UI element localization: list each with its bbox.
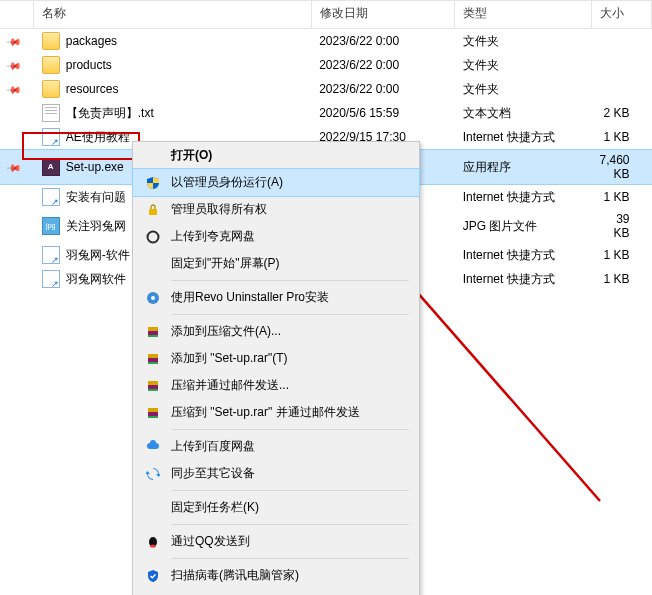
file-name: 【免责声明】.txt — [66, 105, 154, 122]
cm-add-to-archive[interactable]: 添加到压缩文件(A)... — [133, 318, 419, 345]
cm-open[interactable]: 打开(O) — [133, 142, 419, 169]
pin-cell — [0, 243, 34, 267]
date-cell: 2023/6/22 0:00 — [311, 53, 455, 77]
column-header-pin[interactable] — [0, 1, 34, 29]
cm-sync-other[interactable]: 同步至其它设备 — [133, 460, 419, 487]
cm-sync-other-label: 同步至其它设备 — [171, 465, 409, 482]
size-cell: 2 KB — [591, 101, 651, 125]
name-cell[interactable]: resources — [34, 77, 311, 101]
name-cell[interactable]: 【免责声明】.txt — [34, 101, 311, 125]
column-header-row: 名称 修改日期 类型 大小 — [0, 1, 652, 29]
name-cell[interactable]: packages — [34, 29, 311, 54]
pin-icon: 📌 — [6, 33, 22, 49]
date-cell: 2023/6/22 0:00 — [311, 29, 455, 54]
file-icon: jpg — [42, 217, 60, 235]
pin-cell — [0, 185, 34, 210]
cm-scan-virus[interactable]: 扫描病毒(腾讯电脑管家) — [133, 562, 419, 589]
type-cell: 文本文档 — [455, 101, 592, 125]
size-cell: 39 KB — [591, 209, 651, 243]
cm-add-to-rar[interactable]: 添加到 "Set-up.rar"(T) — [133, 345, 419, 372]
qq-icon — [143, 534, 163, 550]
file-row[interactable]: 📌packages2023/6/22 0:00文件夹 — [0, 29, 652, 54]
pin-cell: 📌 — [0, 29, 34, 54]
menu-separator — [171, 429, 409, 430]
cm-file-shred[interactable]: 文件粉碎(腾讯电脑管家) — [133, 589, 419, 595]
cm-upload-kuake[interactable]: 上传到夸克网盘 — [133, 223, 419, 250]
column-header-date[interactable]: 修改日期 — [311, 1, 455, 29]
file-icon — [42, 32, 60, 50]
cm-compress-mail-label: 压缩并通过邮件发送... — [171, 377, 409, 394]
svg-rect-15 — [148, 408, 158, 412]
cm-admin-ownership[interactable]: 管理员取得所有权 — [133, 196, 419, 223]
cm-send-qq-label: 通过QQ发送到 — [171, 533, 409, 550]
cm-revo[interactable]: 使用Revo Uninstaller Pro安装 — [133, 284, 419, 311]
file-name: 羽兔网-软件 — [66, 247, 130, 264]
shield-icon — [143, 175, 163, 191]
size-cell: 1 KB — [591, 267, 651, 291]
rar-icon — [143, 351, 163, 367]
column-header-type[interactable]: 类型 — [455, 1, 592, 29]
cm-admin-ownership-label: 管理员取得所有权 — [171, 201, 409, 218]
blank-icon — [143, 256, 163, 272]
file-name: AE使用教程 — [66, 129, 130, 146]
svg-rect-7 — [148, 335, 158, 337]
type-cell: 文件夹 — [455, 77, 592, 101]
file-icon — [42, 188, 60, 206]
type-cell: Internet 快捷方式 — [455, 243, 592, 267]
svg-rect-6 — [148, 327, 158, 331]
type-cell: 文件夹 — [455, 29, 592, 54]
svg-rect-10 — [148, 362, 158, 364]
type-cell: Internet 快捷方式 — [455, 267, 592, 291]
rar-icon — [143, 378, 163, 394]
file-row[interactable]: 📌products2023/6/22 0:00文件夹 — [0, 53, 652, 77]
cm-run-as-admin-label: 以管理员身份运行(A) — [171, 174, 409, 191]
svg-rect-16 — [148, 416, 158, 418]
file-row[interactable]: 📌resources2023/6/22 0:00文件夹 — [0, 77, 652, 101]
file-icon — [42, 56, 60, 74]
menu-separator — [171, 524, 409, 525]
file-icon — [42, 246, 60, 264]
cm-send-qq[interactable]: 通过QQ发送到 — [133, 528, 419, 555]
column-header-size[interactable]: 大小 — [591, 1, 651, 29]
file-icon — [42, 270, 60, 288]
file-name: packages — [66, 34, 117, 48]
file-row[interactable]: 【免责声明】.txt2020/5/6 15:59文本文档2 KB — [0, 101, 652, 125]
svg-rect-1 — [149, 209, 157, 215]
size-cell — [591, 29, 651, 54]
kuake-icon — [143, 229, 163, 245]
pin-icon: 📌 — [6, 81, 22, 97]
file-icon — [42, 128, 60, 146]
sync-icon — [143, 466, 163, 482]
cm-upload-baidu-label: 上传到百度网盘 — [171, 438, 409, 455]
tencent-guard-icon — [143, 568, 163, 584]
cm-run-as-admin[interactable]: 以管理员身份运行(A) — [132, 168, 420, 197]
pin-cell — [0, 125, 34, 150]
pin-icon: 📌 — [6, 159, 22, 175]
date-cell: 2020/5/6 15:59 — [311, 101, 455, 125]
cm-upload-baidu[interactable]: 上传到百度网盘 — [133, 433, 419, 460]
blank-icon — [143, 148, 163, 164]
svg-point-4 — [151, 296, 155, 300]
cm-compress-rar-mail[interactable]: 压缩到 "Set-up.rar" 并通过邮件发送 — [133, 399, 419, 426]
column-header-name[interactable]: 名称 — [34, 1, 311, 29]
type-cell: Internet 快捷方式 — [455, 125, 592, 150]
file-name: Set-up.exe — [66, 160, 124, 174]
file-name: 羽兔网软件 — [66, 271, 126, 288]
explorer-window: 名称 修改日期 类型 大小 📌packages2023/6/22 0:00文件夹… — [0, 0, 652, 595]
file-icon: A — [42, 158, 60, 176]
cm-pin-start[interactable]: 固定到"开始"屏幕(P) — [133, 250, 419, 277]
cm-compress-mail[interactable]: 压缩并通过邮件发送... — [133, 372, 419, 399]
cm-scan-virus-label: 扫描病毒(腾讯电脑管家) — [171, 567, 409, 584]
name-cell[interactable]: products — [34, 53, 311, 77]
file-name: resources — [66, 82, 119, 96]
rar-icon — [143, 324, 163, 340]
file-icon — [42, 80, 60, 98]
context-menu: 打开(O) 以管理员身份运行(A) 管理员取得所有权 上传到夸克网盘 固定到"开… — [132, 141, 420, 595]
file-name: 安装有问题 — [66, 189, 126, 206]
blank-icon — [143, 500, 163, 516]
pin-cell — [0, 209, 34, 243]
pin-cell: 📌 — [0, 53, 34, 77]
cm-pin-taskbar[interactable]: 固定到任务栏(K) — [133, 494, 419, 521]
baidu-cloud-icon — [143, 439, 163, 455]
size-cell: 1 KB — [591, 125, 651, 150]
